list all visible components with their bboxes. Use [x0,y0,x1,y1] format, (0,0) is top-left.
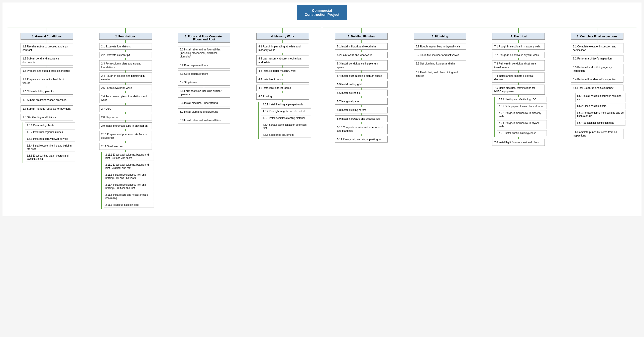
item-connector [125,83,126,85]
header-connector-col4 [282,40,283,43]
item-connector [361,105,362,107]
item-box-1.6: 1.6 Submit preliminary shop drawings [21,97,73,103]
item-box-8.6: 8.6 Complete punch list items from all i… [571,129,623,139]
item-wrapper: 2.4 Rough-in electric and plumbing in el… [99,73,152,83]
column-col1: 1. General Conditions1.1 Receive notice … [8,28,86,163]
item-connector [518,137,519,139]
item-connector [361,58,362,60]
item-box-5.7: 5.7 Hang wallpaper [335,98,388,105]
subitem-4.6.2: 4.6.2 Pour lightweight concrete roof fil… [261,108,311,114]
item-connector [47,103,47,105]
item-connector [361,134,362,136]
item-wrapper: 5.10 Complete interior and exterior sod … [335,124,388,134]
item-connector [204,86,204,88]
item-connector [204,98,204,100]
subitem-8.5.4: 8.5.4 Substantial completion date [575,120,625,126]
item-box-4.4: 4.4 Install roof drains [256,76,309,83]
item-wrapper: 5.4 Install duct in ceiling plenum space [335,73,388,79]
item-box-4.3: 4.3 Install exterior masonry work [256,68,309,74]
item-connector [361,96,362,98]
col-top-connector-col1 [47,28,47,33]
item-box-2.5: 2.5 Form elevator pit walls [99,85,152,91]
item-box-3.7: 3.7 Install plumbing underground [178,108,230,115]
item-wrapper: 8.6 Complete punch list items from all i… [571,129,623,139]
subitem-2.11.4: 2.11.4 Install miscellaneous iron and br… [104,182,154,191]
item-wrapper: 5.5 Install ceiling grid [335,81,388,88]
item-box-5.4: 5.4 Install duct in ceiling plenum space [335,73,388,79]
item-box-5.2: 5.2 Paint walls and woodwork [335,52,388,58]
subitem-1.8.5: 1.8.5 Erect building batter boards and l… [25,153,75,162]
item-box-1.3: 1.3 Prepare and submit project schedule [21,68,73,74]
item-box-2.8: 2.8 Strip forms [99,114,152,120]
item-box-3.6: 3.6 Install electrical underground [178,100,230,106]
item-box-7.2: 7.2 Rough-in electrical in drywall walls [492,52,545,58]
subitem-7.5.1: 7.5.1 Heating and Ventilating - AC [497,97,547,102]
item-connector [361,122,362,124]
item-wrapper: 3.3 Cure separate floors [178,71,230,77]
item-box-2.2: 2.2 Excavate elevator pit [99,52,152,58]
item-wrapper: 5.9 Install hardware and accessories [335,115,388,122]
item-wrapper: 3.2 Pour separate floors [178,62,230,69]
item-connector [47,95,47,97]
item-wrapper: 4.2 Lay masonry at core, mechanical, and… [256,55,309,65]
col-top-connector-col3 [204,28,204,33]
item-connector [361,50,362,52]
item-connector [361,71,362,73]
subitems-1.8: 1.8.1 Clear and grub site1.8.2 Install u… [23,122,75,163]
item-wrapper: 3.5 Form roof slab including all floor o… [178,88,230,98]
subitems-4.6: 4.6.1 Install flashing at parapet walls4… [258,102,311,139]
page-wrapper: Commercial Construction Project 1. Gener… [3,3,641,216]
col-top-connector-col8 [597,28,597,33]
subitem-2.11.2: 2.11.2 Erect steel columns, beams and jo… [104,162,154,171]
items-list-col7: 7.1 Rough-in electrical in masonry walls… [492,43,545,146]
item-wrapper: 1.8 Site Grading and Utilities1.8.1 Clea… [21,114,73,163]
root-title: Commercial Construction Project [305,9,339,17]
item-box-1.4: 1.4 Prepare and submit schedule of value… [21,76,73,86]
item-wrapper: 1.5 Obtain building permits [21,88,73,95]
item-wrapper: 6.3 Set plumbing fixtures and trim [414,60,466,67]
subitem-4.6.4: 4.6.4 Spread stone ballast on seamless r… [261,122,311,131]
item-wrapper: 8.2 Perform architect's inspection [571,55,623,62]
subitems-7.5: 7.5.1 Heating and Ventilating - AC7.5.2 … [494,97,547,137]
item-box-5.8: 5.8 Install building carpet [335,107,388,113]
item-connector [204,60,204,62]
item-wrapper: 7.1 Rough-in electrical in masonry walls [492,43,545,50]
item-wrapper: 5.2 Paint walls and woodwork [335,52,388,58]
col-top-connector-col2 [125,28,126,33]
sub-connector [518,95,519,97]
subitem-8.5.1: 8.5.1 Install hard tile flooring in comm… [575,93,625,102]
subitem-2.11.6: 2.11.6 Touch-up paint on steel [104,202,154,208]
subitem-4.6.5: 4.6.5 Set rooftop equipment [261,132,311,138]
item-connector [125,103,126,105]
item-connector [518,50,519,52]
item-wrapper: 6.1 Rough-in plumbing in drywall walls [414,43,466,50]
col-header-col4: 4. Masonry Work [256,33,309,40]
item-wrapper: 1.4 Prepare and submit schedule of value… [21,76,73,86]
item-box-1.5: 1.5 Obtain building permits [21,88,73,95]
item-box-5.5: 5.5 Install ceiling grid [335,81,388,88]
item-box-5.11: 5.11 Pave, curb, and stripe parking lot [335,136,388,143]
root-connector [322,20,322,28]
item-wrapper: 7.2 Rough-in electrical in drywall walls [492,52,545,58]
item-wrapper: 8.3 Perform local building agency inspec… [571,64,623,74]
item-wrapper: 5.7 Hang wallpaper [335,98,388,105]
sub-connector [597,91,597,93]
item-connector [125,91,126,93]
header-connector-col3 [204,43,204,46]
item-connector [125,120,126,122]
item-box-7.5: 7.5 Make electrical terminations for HVA… [492,85,545,95]
item-wrapper: 3.1 Install rebar and in-floor utilities… [178,46,230,60]
subitem-1.8.4: 1.8.4 Install exterior fire line and bui… [25,143,75,152]
sub-connector [47,120,47,122]
item-box-5.9: 5.9 Install hardware and accessories [335,115,388,122]
header-connector-col5 [361,40,362,43]
item-box-8.2: 8.2 Perform architect's inspection [571,55,623,62]
tree-container: 1. General Conditions1.1 Receive notice … [8,28,636,209]
item-box-5.3: 5.3 Install conduit at ceiling plenum sp… [335,60,388,70]
item-connector [440,50,440,52]
item-connector [125,141,126,143]
item-wrapper: 2.7 Cure [99,105,152,112]
items-list-col4: 4.1 Rough-in plumbing at toilets and mas… [256,43,309,139]
item-box-2.11: 2.11 Steel erection [99,143,152,150]
col-header-col6: 6. Plumbing [414,33,466,40]
